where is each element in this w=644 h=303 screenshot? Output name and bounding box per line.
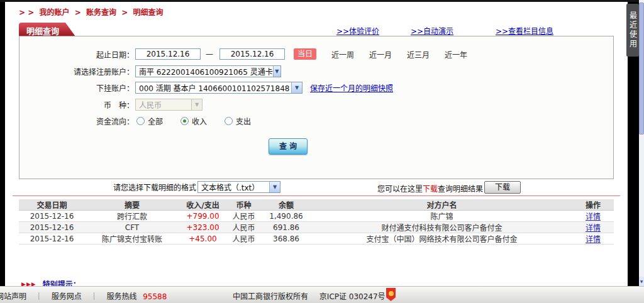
download-format-value: 文本格式（.txt） [201,182,259,192]
range-last-week[interactable]: 近一周 [331,49,354,60]
footer-bar: 网站声明 ｜ 服务网点 ｜ 服务热线 95588 中国工商银行版权所有 京ICP… [0,286,644,303]
cell-summary: CFT [85,223,179,232]
footer-separator: ｜ [91,292,98,301]
experience-rating-link[interactable]: >>体验评价 [336,25,379,36]
copyright: 中国工商银行版权所有 [233,292,308,301]
scrollbar[interactable]: ▼ [639,0,644,286]
download-format-select[interactable]: 文本格式（.txt） ▼ [197,181,280,193]
header-currency: 币种 [226,199,261,210]
column-info-link[interactable]: >>查看栏目信息 [496,25,553,36]
registered-account-label: 请选择注册账户： [19,66,134,77]
radio-income-label[interactable]: 收入 [192,116,207,126]
service-outlets-link[interactable]: 服务网点 [52,292,82,301]
cell-currency: 人民币 [226,211,261,221]
query-form-panel: 起止日期： — 当日 近一周 近一月 近三月 近一年 请选择注册账户： 南平 6… [19,36,614,179]
cell-balance: 691.86 [261,223,311,232]
breadcrumb: > > 我的账户 > 账务查询 > 明细查询 [19,6,165,17]
currency-row: 币 种： 人民币 ▼ [19,98,203,111]
download-button[interactable]: 下载 [484,181,521,194]
header-action: 操作 [572,199,614,210]
cell-counterparty: 支付宝（中国）网络技术有限公司客户备付金 [311,233,572,244]
today-button[interactable]: 当日 [294,48,316,60]
download-format-label: 请您选择下载明细的格式 [5,182,196,192]
cell-amount: +323.00 [179,223,226,232]
radio-income[interactable] [180,117,189,125]
table-divider [13,196,620,196]
currency-label: 币 种： [19,99,134,110]
scrollbar-thumb[interactable] [639,3,644,135]
icp-number: 京ICP证 030247号 [319,292,386,301]
cell-summary: 跨行汇款 [85,211,179,221]
sub-account-label: 下挂账户： [19,82,134,93]
icbc-emblem-icon [386,288,396,301]
snapshot-link[interactable]: 保存近一个月的明细快照 [310,82,393,93]
breadcrumb-separator: > [121,8,128,17]
download-format-row: 请您选择下载明细的格式 文本格式（.txt） ▼ [5,181,280,193]
download-hint-post: 查询明细结果 [438,185,483,194]
breadcrumb-my-account[interactable]: 我的账户 [39,8,69,17]
detail-link[interactable]: 详情 [586,235,601,244]
tab-detail-query: 明细查询 [19,23,75,36]
breadcrumb-detail-query[interactable]: 明细查询 [133,8,163,17]
cell-summary: 陈广锦支付宝转账 [85,233,179,244]
download-hint-pre: 您可以在这里 [377,185,423,194]
table-row: 2015-12-16 陈广锦支付宝转账 +45.00 人民币 368.86 支付… [19,233,614,245]
footer-separator: ｜ [35,292,43,301]
sub-account-row: 下挂账户： 000 活期 基本户 1406600101102571848 ▼ 保… [19,81,393,94]
table-row: 2015-12-16 跨行汇款 +799.00 人民币 1,490.86 陈广锦… [19,211,614,222]
table-header-row: 交易日期 摘要 收入/支出 币种 余额 对方户名 操作 [19,199,614,211]
auto-demo-link[interactable]: >>自动演示 [411,25,453,36]
cell-amount: +799.00 [179,212,226,221]
hotline-label: 服务热线 [106,292,136,301]
registered-account-select[interactable]: 南平 6222001406100921065 灵通卡 ▼ [135,65,281,77]
detail-link[interactable]: 详情 [586,224,601,233]
date-dash: — [206,50,213,58]
registered-account-value: 南平 6222001406100921065 灵通卡 [139,66,273,77]
currency-select-disabled: 人民币 ▼ [135,99,203,111]
scroll-down-arrow-icon[interactable]: ▼ [639,277,644,286]
dropdown-arrow-icon[interactable]: ▼ [291,82,302,93]
dropdown-arrow-icon: ▼ [191,99,202,110]
range-last-year[interactable]: 近一年 [445,49,467,60]
radio-expense-label[interactable]: 支出 [236,116,251,126]
range-last-3-months[interactable]: 近三月 [407,49,430,60]
end-date-input[interactable] [219,48,285,60]
download-hint-link[interactable]: 下载 [423,185,438,194]
header-date: 交易日期 [19,199,85,210]
fund-flow-options: 全部 收入 支出 [136,116,269,126]
radio-all-label[interactable]: 全部 [148,116,163,126]
dropdown-arrow-icon[interactable]: ▼ [269,182,280,192]
site-statement-link[interactable]: 网站声明 [0,292,26,301]
cell-date: 2015-12-16 [19,212,85,221]
header-balance: 余额 [261,199,311,210]
header-amount: 收入/支出 [179,199,226,210]
range-last-month[interactable]: 近一月 [369,49,392,60]
cell-amount: +45.00 [179,234,226,243]
cell-date: 2015-12-16 [19,223,85,232]
cell-date: 2015-12-16 [19,234,85,243]
query-button[interactable]: 查 询 [269,138,308,155]
cell-balance: 1,490.86 [261,212,311,221]
cell-currency: 人民币 [226,233,261,244]
cell-balance: 368.86 [261,234,311,243]
cell-counterparty: 陈广锦 [311,211,572,221]
header-counterparty: 对方户名 [311,199,572,210]
dropdown-arrow-icon[interactable]: ▼ [273,66,280,77]
cell-counterparty: 财付通支付科技有限公司客户备付金 [311,222,572,233]
sub-account-select[interactable]: 000 活期 基本户 1406600101102571848 ▼ [135,82,303,94]
cell-currency: 人民币 [226,222,261,233]
table-row: 2015-12-16 CFT +323.00 人民币 691.86 财付通支付科… [19,222,614,233]
date-range-row: 起止日期： — 当日 近一周 近一月 近三月 近一年 [19,48,467,60]
currency-value: 人民币 [139,99,162,110]
download-hint: 您可以在这里下载查询明细结果 [377,183,483,194]
fund-flow-label: 资金流向： [19,116,134,126]
breadcrumb-account-query[interactable]: 账务查询 [86,8,116,17]
radio-expense[interactable] [225,117,233,125]
start-date-input[interactable] [135,48,201,60]
sub-account-value: 000 活期 基本户 1406600101102571848 [139,82,289,93]
registered-account-row: 请选择注册账户： 南平 6222001406100921065 灵通卡 ▼ [19,65,281,77]
radio-all[interactable] [136,117,145,125]
footer-links: 网站声明 ｜ 服务网点 ｜ 服务热线 95588 [0,290,167,301]
recently-used-tab[interactable]: 最近使用 [626,4,639,57]
detail-link[interactable]: 详情 [586,212,601,221]
